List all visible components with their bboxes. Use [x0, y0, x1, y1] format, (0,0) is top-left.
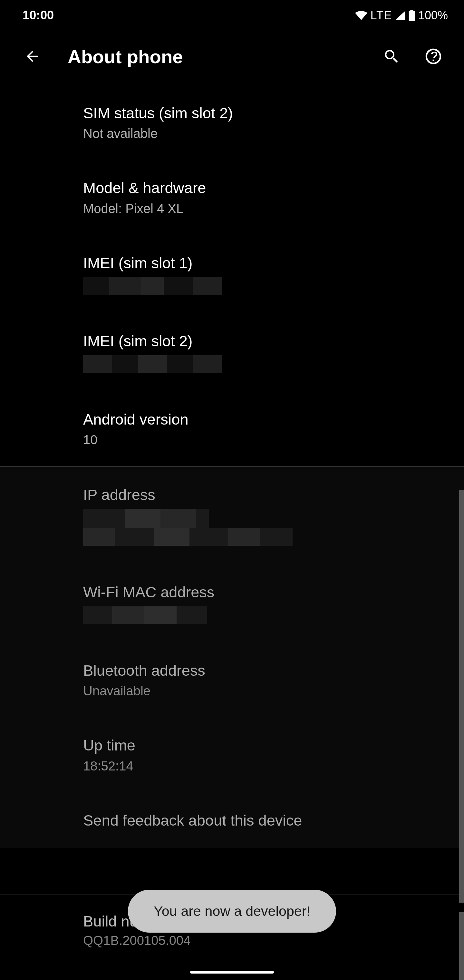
item-imei-2[interactable]: IMEI (sim slot 2): [83, 313, 451, 391]
wifi-icon: [355, 11, 367, 20]
item-label: IMEI (sim slot 2): [83, 332, 451, 350]
search-icon: [383, 48, 400, 65]
search-button[interactable]: [380, 45, 403, 68]
item-label: Bluetooth address: [83, 662, 451, 679]
battery-icon: [408, 10, 415, 21]
item-wifi-mac[interactable]: Wi-Fi MAC address: [83, 565, 451, 643]
status-bar: 10:00 LTE 100%: [0, 0, 464, 30]
signal-icon: [395, 11, 405, 20]
status-right: LTE 100%: [355, 9, 448, 22]
item-value: Not available: [83, 126, 451, 142]
item-value: 10: [83, 432, 451, 448]
item-label: Up time: [83, 736, 451, 754]
scrollbar[interactable]: [459, 490, 464, 903]
item-value: Model: Pixel 4 XL: [83, 200, 451, 216]
help-button[interactable]: [422, 45, 445, 68]
item-label: IP address: [83, 486, 451, 504]
item-value: 18:52:14: [83, 758, 451, 774]
item-bluetooth-address[interactable]: Bluetooth address Unavailable: [83, 643, 451, 718]
redacted-value: [83, 355, 451, 373]
item-label: Send feedback about this device: [83, 811, 451, 829]
arrow-back-icon: [24, 48, 41, 65]
page-title: About phone: [68, 46, 380, 67]
item-label: IMEI (sim slot 1): [83, 254, 451, 272]
item-value: QQ1B.200105.004: [83, 933, 191, 948]
app-bar: About phone: [0, 30, 464, 86]
back-button[interactable]: [19, 43, 45, 69]
item-sim-status-2[interactable]: SIM status (sim slot 2) Not available: [83, 86, 451, 160]
item-label: SIM status (sim slot 2): [83, 104, 451, 122]
item-android-version[interactable]: Android version 10: [83, 392, 451, 466]
network-type: LTE: [370, 9, 392, 22]
item-send-feedback[interactable]: Send feedback about this device: [83, 793, 451, 848]
redacted-value: [83, 606, 451, 624]
settings-list: SIM status (sim slot 2) Not available Mo…: [0, 86, 464, 848]
nav-handle[interactable]: [190, 971, 274, 974]
status-time: 10:00: [22, 8, 54, 22]
item-model-hardware[interactable]: Model & hardware Model: Pixel 4 XL: [83, 160, 451, 235]
scrollbar[interactable]: [459, 912, 464, 980]
item-label: Model & hardware: [83, 179, 451, 197]
battery-percent: 100%: [418, 9, 448, 22]
item-uptime[interactable]: Up time 18:52:14: [83, 718, 451, 792]
item-value: Unavailable: [83, 683, 451, 699]
help-icon: [424, 47, 443, 66]
item-label: Android version: [83, 410, 451, 428]
item-label: Wi-Fi MAC address: [83, 583, 451, 601]
toast-message: You are now a developer!: [154, 903, 310, 919]
toast: You are now a developer!: [128, 890, 336, 932]
redacted-value: [83, 277, 451, 294]
redacted-value: [83, 509, 451, 546]
item-ip-address[interactable]: IP address: [83, 467, 451, 565]
item-imei-1[interactable]: IMEI (sim slot 1): [83, 235, 451, 313]
